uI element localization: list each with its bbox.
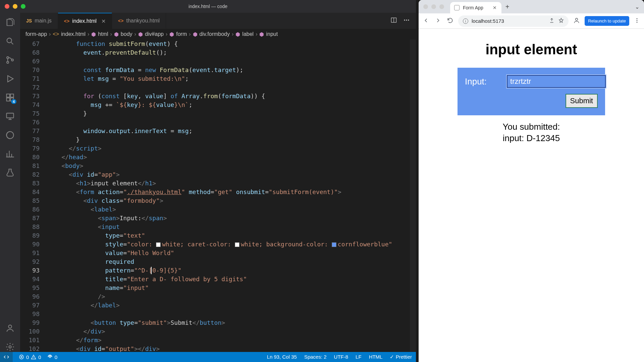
encoding-indicator[interactable]: UTF-8 bbox=[334, 354, 348, 360]
svg-rect-4 bbox=[7, 94, 10, 97]
language-indicator[interactable]: HTML bbox=[369, 354, 383, 360]
code-editor[interactable]: 6768697071727374757677787980818283848586… bbox=[20, 40, 416, 352]
formatter-indicator[interactable]: ✓ Prettier bbox=[390, 354, 412, 360]
minimap[interactable] bbox=[410, 40, 416, 352]
breadcrumb-segment[interactable]: index.html bbox=[61, 31, 86, 37]
submit-button[interactable]: Submit bbox=[566, 94, 598, 108]
svg-point-20 bbox=[637, 20, 638, 21]
browser-close-button[interactable] bbox=[423, 4, 428, 9]
tab-label: main.js bbox=[35, 18, 52, 24]
ports-indicator[interactable]: 0 bbox=[47, 354, 57, 360]
symbol-icon: ⬢ bbox=[138, 31, 143, 38]
editor-tabs: JSmain.js<>index.html✕<>thankyou.html bbox=[20, 13, 416, 29]
activity-bar: 4 bbox=[0, 13, 20, 352]
extensions-icon[interactable]: 4 bbox=[5, 93, 15, 103]
split-editor-icon[interactable] bbox=[390, 17, 397, 25]
editor-titlebar: index.html — code bbox=[0, 0, 416, 13]
run-debug-icon[interactable] bbox=[5, 74, 15, 84]
profile-icon[interactable] bbox=[573, 17, 580, 25]
tab-label: thankyou.html bbox=[126, 18, 160, 24]
breadcrumb-segment[interactable]: html bbox=[98, 31, 108, 37]
breadcrumb-segment[interactable]: input bbox=[266, 31, 278, 37]
edge-tools-icon[interactable] bbox=[5, 130, 15, 140]
eol-indicator[interactable]: LF bbox=[356, 354, 362, 360]
account-icon[interactable] bbox=[5, 323, 15, 333]
browser-tabstrip: Form App ✕ + ⌄ bbox=[419, 0, 644, 13]
relaunch-button[interactable]: Relaunch to update bbox=[585, 16, 629, 26]
text-input[interactable] bbox=[507, 75, 606, 88]
close-window-button[interactable] bbox=[5, 4, 9, 9]
svg-point-11 bbox=[9, 346, 11, 348]
graph-icon[interactable] bbox=[5, 149, 15, 159]
reload-button[interactable] bbox=[447, 17, 453, 25]
input-label: Input: bbox=[465, 76, 487, 87]
editor-tab-0[interactable]: JSmain.js bbox=[20, 13, 58, 29]
browser-maximize-button[interactable] bbox=[439, 4, 444, 9]
page-heading: input element bbox=[485, 42, 577, 58]
symbol-icon: ⬢ bbox=[193, 31, 198, 38]
browser-minimize-button[interactable] bbox=[431, 4, 436, 9]
file-type-icon: <> bbox=[64, 18, 69, 24]
close-tab-icon[interactable]: ✕ bbox=[493, 5, 497, 10]
address-bar[interactable]: i localhost:5173 bbox=[458, 15, 569, 27]
text-cursor bbox=[151, 267, 152, 274]
url-text: localhost:5173 bbox=[472, 18, 504, 24]
bookmark-icon[interactable] bbox=[558, 18, 564, 24]
output-text: You submitted: input: D-12345 bbox=[502, 121, 560, 144]
site-info-icon[interactable]: i bbox=[463, 18, 468, 24]
tab-label: index.html bbox=[72, 18, 97, 24]
remote-explorer-icon[interactable] bbox=[5, 111, 15, 121]
new-tab-button[interactable]: + bbox=[505, 3, 509, 11]
problems-indicator[interactable]: 0 0 bbox=[19, 354, 41, 360]
testing-icon[interactable] bbox=[5, 168, 15, 178]
cursor-position[interactable]: Ln 93, Col 35 bbox=[267, 354, 297, 360]
browser-window: Form App ✕ + ⌄ i localhost:5173 Relaunch… bbox=[419, 0, 644, 362]
breadcrumb[interactable]: form-app›<>index.html›⬢html›⬢body›⬢div#a… bbox=[20, 29, 416, 40]
editor-tab-2[interactable]: <>thankyou.html bbox=[112, 13, 166, 29]
breadcrumb-segment[interactable]: div#app bbox=[145, 31, 164, 37]
tab-overflow-icon[interactable]: ⌄ bbox=[635, 4, 639, 10]
breadcrumb-segment[interactable]: form bbox=[176, 31, 187, 37]
browser-toolbar: i localhost:5173 Relaunch to update bbox=[419, 13, 644, 29]
svg-point-15 bbox=[408, 19, 409, 20]
svg-rect-6 bbox=[7, 98, 10, 101]
svg-point-21 bbox=[637, 21, 638, 22]
file-icon: <> bbox=[53, 31, 59, 37]
form-container: Input: Submit bbox=[458, 68, 605, 115]
maximize-window-button[interactable] bbox=[21, 4, 25, 9]
minimize-window-button[interactable] bbox=[13, 4, 17, 9]
forward-button[interactable] bbox=[435, 17, 441, 25]
source-control-icon[interactable] bbox=[5, 55, 15, 65]
breadcrumb-segment[interactable]: label bbox=[242, 31, 254, 37]
search-icon[interactable] bbox=[5, 36, 15, 46]
settings-gear-icon[interactable] bbox=[5, 342, 15, 352]
line-number-gutter: 6768697071727374757677787980818283848586… bbox=[20, 40, 47, 352]
back-button[interactable] bbox=[423, 17, 429, 25]
browser-tab-title: Form App bbox=[463, 5, 483, 10]
browser-menu-icon[interactable] bbox=[634, 17, 640, 25]
more-actions-icon[interactable] bbox=[403, 17, 410, 25]
svg-rect-5 bbox=[10, 94, 13, 97]
indent-indicator[interactable]: Spaces: 2 bbox=[304, 354, 327, 360]
browser-tab[interactable]: Form App ✕ bbox=[450, 2, 501, 13]
symbol-icon: ⬢ bbox=[235, 31, 240, 38]
breadcrumb-segment[interactable]: body bbox=[121, 31, 132, 37]
explorer-icon[interactable] bbox=[5, 17, 15, 27]
breadcrumb-segment[interactable]: form-app bbox=[25, 31, 47, 37]
remote-indicator[interactable] bbox=[0, 352, 13, 362]
svg-point-14 bbox=[406, 19, 407, 20]
favicon-icon bbox=[454, 5, 460, 10]
breadcrumb-segment[interactable]: div.formbody bbox=[200, 31, 230, 37]
svg-point-18 bbox=[576, 18, 578, 20]
editor-tab-1[interactable]: <>index.html✕ bbox=[58, 13, 112, 29]
editor-window: index.html — code 4 JSmain.js<>index.htm… bbox=[0, 0, 416, 362]
svg-point-19 bbox=[637, 18, 638, 19]
svg-point-2 bbox=[7, 61, 9, 63]
symbol-icon: ⬢ bbox=[91, 31, 96, 38]
file-type-icon: JS bbox=[26, 18, 32, 23]
symbol-icon: ⬢ bbox=[114, 31, 119, 38]
svg-rect-8 bbox=[7, 113, 14, 118]
share-icon[interactable] bbox=[549, 18, 554, 24]
close-tab-icon[interactable]: ✕ bbox=[101, 18, 106, 24]
svg-point-13 bbox=[404, 19, 405, 20]
